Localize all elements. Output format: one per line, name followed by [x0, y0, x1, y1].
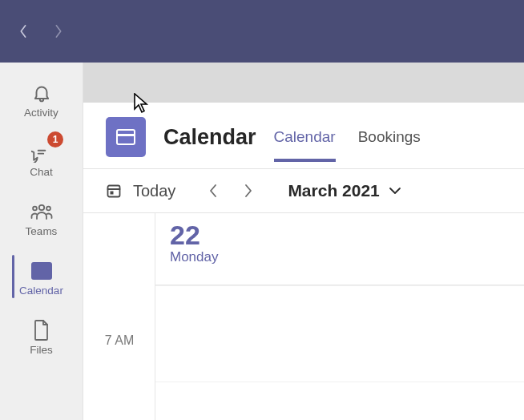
teams-icon — [30, 200, 54, 223]
rail-label: Activity — [24, 107, 58, 119]
rail-chat[interactable]: 1 Chat — [0, 130, 83, 189]
back-button[interactable] — [16, 24, 30, 38]
hour-divider — [155, 382, 524, 382]
forward-button[interactable] — [51, 24, 66, 38]
calendar-icon — [31, 260, 52, 282]
rail-label: Chat — [30, 167, 53, 178]
chevron-down-icon — [388, 186, 402, 196]
svg-rect-5 — [108, 186, 120, 197]
hour-label-7am: 7 AM — [83, 333, 155, 348]
tab-bookings[interactable]: Bookings — [358, 123, 421, 151]
prev-period-button[interactable] — [201, 179, 225, 203]
today-button[interactable]: Today — [133, 182, 175, 200]
day-number: 22 — [170, 220, 510, 251]
rail-activity[interactable]: Activity — [0, 71, 83, 130]
title-bar — [0, 0, 524, 63]
period-label: March 2021 — [288, 181, 379, 200]
svg-rect-7 — [111, 192, 114, 195]
rail-teams[interactable]: Teams — [0, 189, 83, 248]
tab-calendar[interactable]: Calendar — [274, 123, 336, 151]
rail-calendar[interactable]: Calendar — [0, 248, 83, 308]
rail-label: Files — [30, 345, 53, 356]
rail-label: Teams — [26, 226, 58, 237]
time-gutter — [83, 213, 155, 420]
unread-badge: 1 — [47, 131, 63, 147]
main-panel: Calendar Calendar Bookings Today March 2… — [83, 63, 524, 420]
file-icon — [33, 319, 50, 341]
period-picker[interactable]: March 2021 — [288, 181, 401, 200]
next-period-button[interactable] — [236, 179, 260, 203]
rail-label: Calendar — [19, 285, 63, 297]
rail-files[interactable]: Files — [0, 308, 83, 367]
top-strip — [83, 63, 524, 103]
svg-point-2 — [38, 205, 43, 210]
svg-point-4 — [46, 207, 50, 211]
calendar-grid[interactable]: 22 Monday 7 AM — [83, 213, 524, 420]
calendar-tile-icon — [116, 129, 135, 145]
mouse-cursor-icon — [133, 93, 151, 114]
command-bar: Today March 2021 — [83, 168, 524, 213]
bell-icon — [31, 82, 52, 104]
today-icon[interactable] — [106, 183, 122, 199]
app-rail: Activity 1 Chat Teams Calendar Fil — [0, 63, 83, 420]
hour-divider — [155, 285, 524, 286]
page-title: Calendar — [163, 125, 256, 150]
svg-point-3 — [33, 207, 37, 211]
day-header[interactable]: 22 Monday — [155, 213, 524, 285]
day-name: Monday — [170, 249, 510, 265]
calendar-app-tile — [106, 117, 146, 157]
